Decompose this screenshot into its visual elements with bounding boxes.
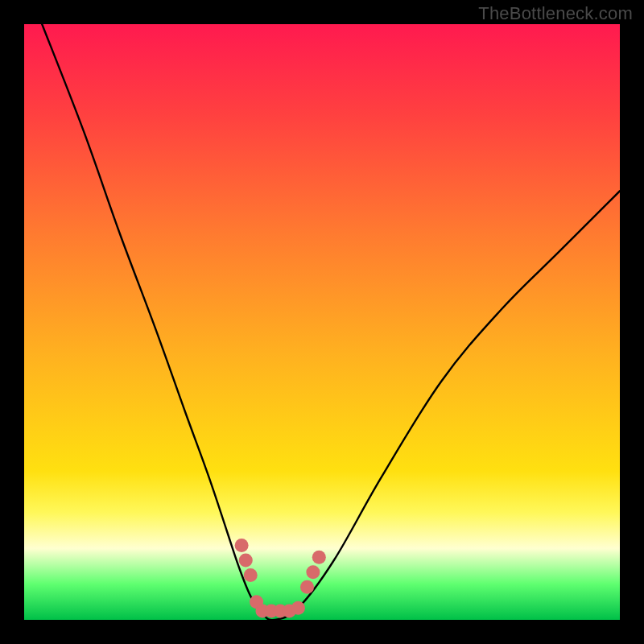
marker-dot — [239, 553, 253, 567]
plot-area — [24, 24, 620, 620]
marker-dot — [235, 539, 249, 552]
marker-dot — [300, 580, 314, 594]
bottleneck-curve — [42, 24, 620, 620]
chart-svg — [24, 24, 620, 620]
marker-cluster — [235, 539, 326, 617]
marker-dot — [306, 565, 320, 579]
marker-dot — [244, 568, 258, 582]
chart-frame: TheBottleneck.com — [0, 0, 644, 644]
marker-dot — [291, 601, 305, 615]
watermark-text: TheBottleneck.com — [478, 3, 633, 24]
marker-dot — [312, 551, 326, 564]
